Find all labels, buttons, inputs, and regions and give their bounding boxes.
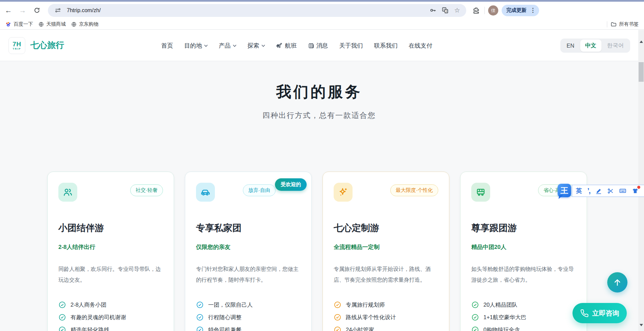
scrollbar-down-arrow[interactable]: [640, 324, 643, 328]
feature-item: 20人精品团队: [471, 301, 576, 309]
section-title: 我们的服务: [0, 82, 638, 102]
plane-icon: [276, 42, 283, 49]
nav-item-messages[interactable]: 消息: [308, 42, 328, 50]
service-cards: 社交·轻奢 小团结伴游 2-8人结伴出行 同龄人相聚，欢乐同行。专业司导带队，边…: [47, 172, 587, 331]
all-bookmarks[interactable]: 所有书签: [611, 21, 639, 27]
folder-icon: [611, 21, 617, 27]
nav-item-contact[interactable]: 联系我们: [374, 42, 398, 50]
card-title: 七心定制游: [334, 222, 438, 234]
ime-bar: 英 ’,: [572, 185, 644, 197]
ime-toolbar: 王 英 ’,: [558, 184, 644, 197]
scrollbar-up-arrow[interactable]: [640, 39, 643, 43]
globe-favicon: [38, 22, 44, 27]
language-switcher: EN 中文 한국어: [560, 39, 630, 53]
bookmark-star-icon[interactable]: ☆: [452, 5, 462, 16]
nav-item-explore[interactable]: 探索: [248, 42, 265, 50]
nav-item-home[interactable]: 首页: [161, 42, 173, 50]
site-settings-icon[interactable]: [53, 5, 63, 16]
chevron-down-icon: [204, 45, 208, 47]
nav-item-about[interactable]: 关于我们: [339, 42, 363, 50]
nav-item-products[interactable]: 产品: [219, 42, 236, 50]
feature-item: 特色司机兼餐: [196, 326, 301, 331]
nav-item-flights[interactable]: 航班: [276, 42, 297, 50]
forward-button[interactable]: →: [17, 5, 28, 16]
floating-consult-button[interactable]: 立即咨询: [572, 303, 627, 323]
back-button[interactable]: ←: [3, 5, 14, 16]
svg-text:文: 文: [445, 10, 448, 13]
site-logo[interactable]: 7H TRIP: [8, 37, 25, 54]
bookmarks-bar: du 百度一下 天猫商城 京东购物 所有书签: [0, 19, 644, 30]
address-bar[interactable]: 7htrip.com/zh/ G文 ☆: [48, 4, 466, 17]
check-icon: [471, 326, 479, 331]
bookmark-jd[interactable]: 京东购物: [71, 21, 99, 27]
feature-list: 一团，仅限自己人 行程随心调整 特色司机兼餐: [196, 301, 301, 331]
check-icon: [58, 326, 66, 331]
lang-en[interactable]: EN: [562, 40, 580, 51]
brand-name[interactable]: 七心旅行: [30, 40, 64, 51]
scrollbar-thumb[interactable]: [639, 62, 644, 82]
bookmarks-divider: [607, 21, 607, 27]
globe-favicon: [71, 22, 77, 27]
notification-dot: [637, 186, 640, 189]
card-badge: 最大限度·个性化: [390, 184, 438, 196]
site-header: 7H TRIP 七心旅行 首页 目的地 产品 探索 航班 消息 关于我们: [0, 30, 638, 61]
menu-dots-icon[interactable]: ⋮: [529, 7, 537, 14]
card-title: 小团结伴游: [58, 222, 163, 234]
toolbar-divider: [484, 7, 485, 14]
check-icon: [471, 301, 479, 309]
lang-ko[interactable]: 한국어: [602, 40, 629, 52]
nav-item-destinations[interactable]: 目的地: [184, 42, 208, 50]
card-title: 尊享跟团游: [471, 222, 576, 234]
service-card-private-group: 受欢迎的 放弃·自由 专享私家团 仅限您的亲友 专门针对您和家人朋友的亲密空间，…: [185, 172, 312, 331]
card-subtitle: 精品中团20人: [471, 243, 576, 251]
check-icon: [196, 326, 204, 331]
chrome-update-button[interactable]: 完成更新 ⋮: [502, 5, 539, 16]
extensions-puzzle-icon[interactable]: [471, 5, 481, 16]
people-icon: [58, 183, 77, 202]
translate-icon[interactable]: G文: [440, 5, 450, 16]
card-badge: 放弃·自由: [243, 184, 276, 196]
newspaper-icon: [308, 43, 314, 49]
check-icon: [334, 301, 341, 309]
ime-keyboard-icon[interactable]: [619, 187, 626, 195]
bookmark-tmall[interactable]: 天猫商城: [38, 21, 66, 27]
card-description: 如头等舱般舒适的零购物纯玩体验，专业导游徒步之旅，省心省力。: [471, 264, 576, 285]
lang-zh[interactable]: 中文: [580, 40, 601, 52]
check-icon: [58, 313, 66, 321]
services-section: 我们的服务 四种出行方式，总有一款适合您: [0, 61, 638, 121]
ime-scissors-icon[interactable]: [607, 188, 614, 194]
feature-item: 行程随心调整: [196, 313, 301, 321]
ime-punctuation-icon[interactable]: ’,: [587, 186, 590, 195]
scroll-to-top-button[interactable]: [607, 272, 627, 292]
feature-item: 一团，仅限自己人: [196, 301, 301, 309]
section-subtitle: 四种出行方式，总有一款适合您: [0, 110, 638, 121]
password-key-icon[interactable]: [428, 5, 438, 16]
service-card-small-group: 社交·轻奢 小团结伴游 2-8人结伴出行 同龄人相聚，欢乐同行。专业司导带队，边…: [47, 172, 174, 331]
page-viewport: 7H TRIP 七心旅行 首页 目的地 产品 探索 航班 消息 关于我们: [0, 30, 638, 331]
scrollbar[interactable]: [638, 30, 644, 331]
ime-handwriting-pencil-icon[interactable]: [595, 188, 602, 194]
check-icon: [471, 313, 479, 321]
card-description: 专属旅行规划师从零开始设计，路线、酒店、节奏完全按照您的需求量身打造。: [334, 264, 438, 285]
phone-icon: [580, 309, 589, 317]
ime-skin-tshirt-icon[interactable]: [632, 187, 639, 194]
svg-text:du: du: [7, 25, 9, 26]
feature-item: 专属旅行规划师: [334, 301, 438, 309]
arrow-up-icon: [613, 278, 622, 287]
card-description: 专门针对您和家人朋友的亲密空间，您做主的行程节奏，随时停车打卡。: [196, 264, 301, 285]
ime-logo[interactable]: 王: [558, 184, 571, 197]
baidu-paw-favicon: du: [5, 21, 11, 27]
bookmark-baidu[interactable]: du 百度一下: [5, 21, 33, 27]
ime-language-mode[interactable]: 英: [576, 187, 582, 195]
feature-list: 2-8人商务小团 有趣的灵魂的司机谢谢 精选年轻化路线: [58, 301, 163, 331]
feature-list: 20人精品团队 1+1航空豪华大巴 0购物纯玩全含: [471, 301, 576, 331]
main-nav: 首页 目的地 产品 探索 航班 消息 关于我们 联系我们 在线支付: [161, 30, 432, 61]
card-description: 同龄人相聚，欢乐同行。专业司导带队，边玩边交友。: [58, 264, 163, 285]
profile-avatar[interactable]: 佳: [488, 5, 498, 16]
url-text[interactable]: 7htrip.com/zh/: [67, 7, 428, 14]
nav-item-payment[interactable]: 在线支付: [409, 42, 432, 50]
card-badge: 社交·轻奢: [130, 184, 163, 196]
reload-button[interactable]: [31, 5, 43, 16]
check-icon: [196, 313, 204, 321]
check-icon: [196, 301, 204, 309]
